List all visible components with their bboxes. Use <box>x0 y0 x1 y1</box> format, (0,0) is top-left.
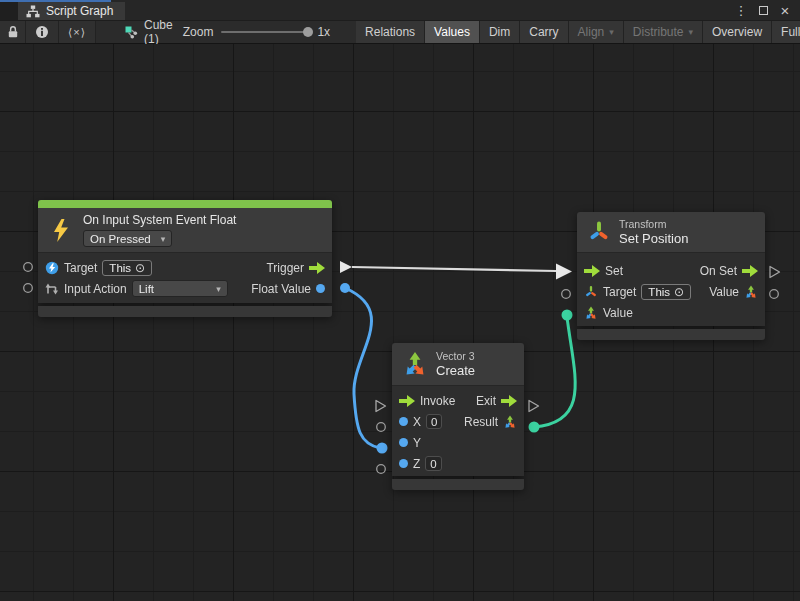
window-menu-button[interactable]: ⋮ <box>732 2 750 18</box>
flow-arrow-icon <box>399 395 415 407</box>
port-transform-target-in[interactable] <box>562 290 571 299</box>
window-controls: ⋮ × <box>732 0 800 20</box>
overview-label: Overview <box>712 25 762 39</box>
chevron-down-icon: ▾ <box>689 27 694 37</box>
port-invoke-in[interactable] <box>376 401 386 412</box>
value-out-label: Value <box>709 285 739 299</box>
fullscreen-label: Full Screen <box>781 25 800 39</box>
node-footer <box>577 329 765 340</box>
value-in-label: Value <box>603 306 633 320</box>
port-x-in[interactable] <box>377 423 386 432</box>
port-exit-out[interactable] <box>529 401 539 412</box>
zoom-value: 1x <box>317 25 330 39</box>
transform-target-this-chip[interactable]: This ⊙ <box>641 284 691 300</box>
object-picker-icon: ⊙ <box>135 262 145 274</box>
graph-hierarchy-icon <box>26 5 40 18</box>
script-graph-window: Script Graph ⋮ × <box>0 0 800 601</box>
port-float-value-out[interactable] <box>340 283 350 293</box>
carry-button[interactable]: Carry <box>520 21 568 43</box>
flow-arrow-icon <box>742 265 758 277</box>
port-set-in[interactable] <box>556 264 572 280</box>
align-button[interactable]: Align▾ <box>569 21 624 43</box>
y-port-dot[interactable] <box>399 438 408 447</box>
node-transform-set-position[interactable]: Transform Set Position Set On Set <box>577 212 765 340</box>
code-view-button[interactable]: ⟨×⟩ <box>59 21 96 43</box>
port-event-target-in[interactable] <box>24 263 33 272</box>
y-label: Y <box>413 436 421 450</box>
graph-selector-button[interactable]: Cube (1) <box>114 21 183 43</box>
info-icon <box>35 25 49 39</box>
event-mode-value: On Pressed <box>90 233 151 245</box>
dim-button[interactable]: Dim <box>480 21 520 43</box>
wire-result-to-value[interactable] <box>534 317 575 427</box>
chevron-down-icon: ▾ <box>216 284 221 294</box>
tab-script-graph[interactable]: Script Graph <box>18 2 125 20</box>
overview-button[interactable]: Overview <box>703 21 772 43</box>
port-y-in[interactable] <box>377 443 388 454</box>
port-value-out[interactable] <box>770 290 779 299</box>
z-label: Z <box>413 457 420 471</box>
x-label: X <box>413 415 421 429</box>
vector3-mini-icon <box>584 306 598 320</box>
wire-floatvalue-to-y[interactable] <box>345 288 380 448</box>
tab-bar-lead <box>0 0 18 20</box>
align-label: Align <box>578 25 605 39</box>
lock-icon <box>6 25 20 39</box>
maximize-button[interactable] <box>754 2 772 18</box>
zoom-control: Zoom 1x <box>183 21 330 43</box>
port-input-action-in[interactable] <box>24 284 33 293</box>
tab-bar: Script Graph ⋮ × <box>0 0 800 20</box>
input-action-dropdown[interactable]: Lift ▾ <box>132 280 228 297</box>
float-value-label: Float Value <box>251 282 311 296</box>
x-port-dot[interactable] <box>399 417 408 426</box>
input-action-icon <box>45 282 59 296</box>
exit-label: Exit <box>476 394 496 408</box>
zoom-label: Zoom <box>183 25 214 39</box>
maximize-icon <box>759 6 768 15</box>
flow-arrow-icon <box>309 262 325 274</box>
on-set-label: On Set <box>700 264 737 278</box>
zoom-slider[interactable] <box>221 31 309 33</box>
target-this-chip[interactable]: This ⊙ <box>102 260 152 276</box>
wire-trigger-to-set[interactable] <box>352 267 556 271</box>
carry-label: Carry <box>529 25 558 39</box>
node-title: On Input System Event Float <box>83 213 236 227</box>
graph-canvas[interactable]: On Input System Event Float On Pressed ▾ <box>0 44 800 601</box>
values-button[interactable]: Values <box>425 21 480 43</box>
port-onset-out[interactable] <box>770 267 780 278</box>
values-label: Values <box>434 25 470 39</box>
fullscreen-button[interactable]: Full Screen <box>772 21 800 43</box>
vector3-icon <box>402 351 428 377</box>
invoke-label: Invoke <box>420 394 455 408</box>
node-vector3-create[interactable]: Vector 3 Create Invoke Exit <box>392 343 524 490</box>
port-value-in[interactable] <box>562 310 573 321</box>
close-button[interactable]: × <box>776 2 794 18</box>
vector3-mini-icon <box>503 415 517 429</box>
lightning-bolt-icon <box>52 219 69 242</box>
relations-button[interactable]: Relations <box>356 21 425 43</box>
zoom-slider-handle[interactable] <box>303 27 313 37</box>
float-value-port-dot[interactable] <box>316 284 325 293</box>
chevron-down-icon: ▾ <box>609 27 614 37</box>
z-port-dot[interactable] <box>399 459 408 468</box>
close-icon: × <box>781 2 790 19</box>
graph-selector-label: Cube (1) <box>144 18 173 46</box>
code-icon: ⟨×⟩ <box>68 26 86 39</box>
port-trigger-out[interactable] <box>340 261 352 273</box>
z-value-field[interactable]: 0 <box>425 456 441 471</box>
lock-button[interactable] <box>0 21 26 43</box>
x-value-field[interactable]: 0 <box>426 414 442 429</box>
focused-tab-accent <box>0 0 111 2</box>
event-mode-dropdown[interactable]: On Pressed ▾ <box>83 230 172 247</box>
transform-mini-icon <box>584 285 598 299</box>
result-label: Result <box>464 415 498 429</box>
distribute-button[interactable]: Distribute▾ <box>624 21 703 43</box>
node-title: Create <box>436 363 475 378</box>
event-accent-bar <box>38 200 332 208</box>
port-z-in[interactable] <box>377 465 386 474</box>
port-result-out[interactable] <box>529 422 540 433</box>
node-on-input-system-event-float[interactable]: On Input System Event Float On Pressed ▾ <box>38 200 332 317</box>
node-title: Set Position <box>619 231 688 246</box>
info-button[interactable] <box>26 21 59 43</box>
trigger-label: Trigger <box>266 261 304 275</box>
